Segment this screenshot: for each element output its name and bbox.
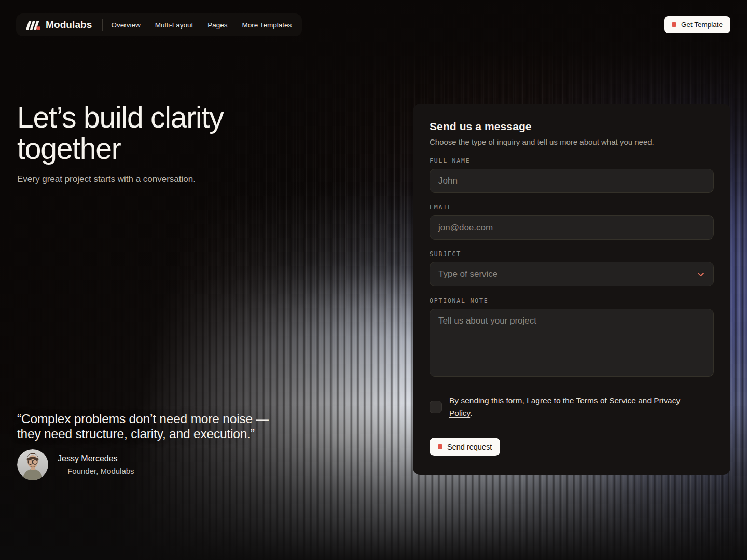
nav-links: Overview Multi-Layout Pages More Templat…	[111, 21, 292, 29]
avatar	[17, 449, 48, 480]
consent-checkbox[interactable]	[430, 401, 442, 413]
email-field-group: EMAIL	[430, 204, 714, 240]
full-name-label: FULL NAME	[430, 157, 714, 164]
modulabs-logo-icon	[25, 19, 40, 31]
chevron-down-icon	[697, 270, 705, 278]
consent-row: By sending this form, I agree to the Ter…	[430, 395, 714, 419]
brand-logo[interactable]: Modulabs	[25, 19, 92, 31]
send-request-label: Send request	[447, 443, 492, 451]
note-label: OPTIONAL NOTE	[430, 297, 714, 304]
full-name-field-group: FULL NAME	[430, 157, 714, 193]
form-subtitle: Choose the type of inquiry and tell us m…	[430, 137, 714, 146]
terms-of-service-link[interactable]: Terms of Service	[576, 396, 635, 405]
note-field-group: OPTIONAL NOTE	[430, 297, 714, 379]
accent-square-icon	[672, 22, 676, 27]
nav-link-pages[interactable]: Pages	[208, 21, 227, 29]
hero-section: Let’s build clarity together Every great…	[17, 102, 287, 185]
hero-subtitle: Every great project starts with a conver…	[17, 174, 287, 185]
consent-suffix: .	[470, 409, 472, 417]
form-title: Send us a message	[430, 120, 714, 133]
subject-field-group: SUBJECT Type of service	[430, 250, 714, 286]
send-request-button[interactable]: Send request	[430, 438, 500, 456]
quote-text: “Complex problems don’t need more noise …	[17, 411, 287, 441]
consent-prefix: By sending this form, I agree to the	[449, 396, 576, 405]
nav-divider	[102, 19, 103, 31]
accent-square-icon	[438, 444, 442, 449]
consent-conjunction: and	[636, 396, 654, 405]
quote-author-row: Jessy Mercedes — Founder, Modulabs	[17, 449, 287, 480]
full-name-input[interactable]	[430, 169, 714, 193]
contact-form-card: Send us a message Choose the type of inq…	[413, 104, 730, 475]
email-input[interactable]	[430, 215, 714, 240]
consent-text: By sending this form, I agree to the Ter…	[449, 395, 697, 419]
note-textarea[interactable]	[430, 309, 714, 377]
page-title-line-1: Let’s build clarity	[17, 102, 287, 133]
quote-author-info: Jessy Mercedes — Founder, Modulabs	[58, 454, 134, 475]
email-label: EMAIL	[430, 204, 714, 211]
quote-author-role: — Founder, Modulabs	[58, 467, 134, 475]
contact-landing-page: Modulabs Overview Multi-Layout Pages Mor…	[0, 0, 747, 560]
brand-name: Modulabs	[46, 19, 92, 31]
navbar: Modulabs Overview Multi-Layout Pages Mor…	[16, 13, 302, 36]
subject-label: SUBJECT	[430, 250, 714, 258]
page-title-line-2: together	[17, 133, 287, 164]
page-title: Let’s build clarity together	[17, 102, 287, 164]
nav-link-more-templates[interactable]: More Templates	[242, 21, 292, 29]
subject-select[interactable]: Type of service	[430, 262, 714, 286]
get-template-label: Get Template	[681, 21, 723, 29]
quote-author-name: Jessy Mercedes	[58, 454, 134, 464]
get-template-button[interactable]: Get Template	[664, 16, 730, 33]
nav-link-multi-layout[interactable]: Multi-Layout	[155, 21, 193, 29]
testimonial-quote-block: “Complex problems don’t need more noise …	[17, 411, 287, 480]
nav-link-overview[interactable]: Overview	[111, 21, 140, 29]
subject-select-value: Type of service	[438, 269, 497, 279]
